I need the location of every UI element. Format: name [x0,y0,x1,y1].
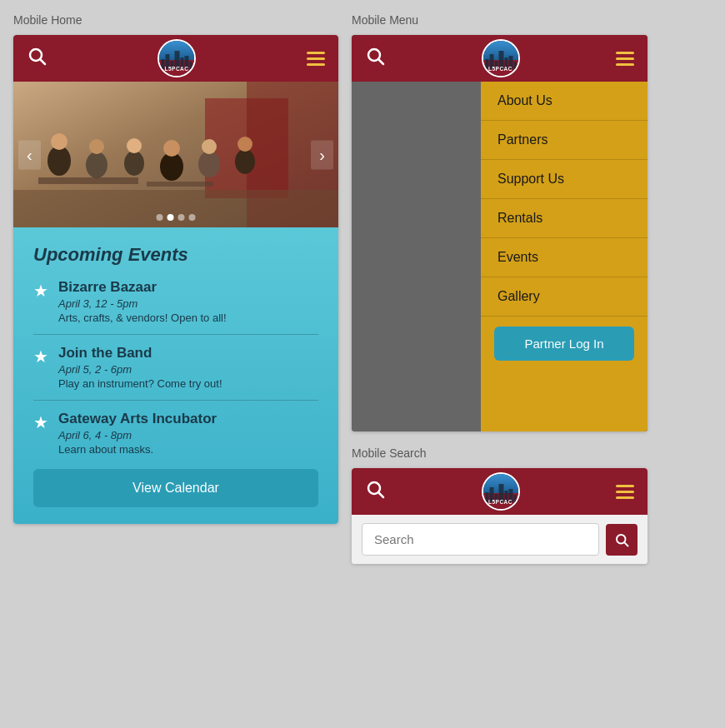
event-divider-2 [33,400,318,401]
svg-point-11 [124,151,144,176]
menu-item-events[interactable]: Events [481,238,648,277]
event-desc-1: Arts, crafts, & vendors! Open to all! [58,312,227,324]
search-logo-text: L5PCAC [488,499,512,505]
carousel-dot-2[interactable] [168,214,174,221]
search-input[interactable] [362,523,599,556]
menu-backdrop: About Us Partners Support Us Rentals Eve… [352,82,648,431]
svg-point-14 [163,140,180,157]
menu-logo-text: L5PCAC [488,66,512,72]
menu-item-partners[interactable]: Partners [481,121,648,160]
event-date-1: April 3, 12 - 5pm [58,297,227,310]
events-section: Upcoming Events ★ Bizarre Bazaar April 3… [13,227,338,524]
mobile-home-label: Mobile Home [13,13,338,27]
search-hamburger-icon[interactable] [616,485,634,499]
event-star-2: ★ [33,347,48,366]
carousel-dot-1[interactable] [157,214,163,221]
search-header-search-icon[interactable] [365,479,385,504]
search-submit-button[interactable] [606,524,638,556]
search-bar [352,515,648,564]
svg-line-22 [379,60,384,65]
svg-rect-19 [38,177,138,184]
svg-point-18 [238,137,252,152]
mobile-search-header: L5PCAC [352,468,648,515]
event-desc-3: Learn about masks. [58,443,217,456]
partner-log-in-button[interactable]: Partner Log In [494,327,634,361]
svg-line-24 [379,493,384,498]
carousel-image [13,82,338,227]
menu-logo[interactable]: L5PCAC [482,39,520,77]
event-star-3: ★ [33,412,48,432]
svg-point-12 [127,138,142,153]
hamburger-menu-icon[interactable] [307,52,325,66]
menu-hamburger-icon[interactable] [616,52,634,66]
carousel-dots [157,214,196,221]
menu-item-gallery[interactable]: Gallery [481,277,648,317]
svg-point-16 [202,139,217,154]
mobile-menu-label: Mobile Menu [352,13,648,27]
event-details-2: Join the Band April 5, 2 - 6pm Play an i… [58,345,222,390]
home-carousel: ‹ › [13,82,338,227]
menu-item-rentals[interactable]: Rentals [481,199,648,238]
search-logo[interactable]: L5PCAC [482,472,520,511]
svg-point-13 [160,152,183,181]
svg-point-17 [235,149,255,174]
mobile-home-header: L5PCAC [13,35,338,82]
svg-rect-6 [13,190,338,227]
svg-point-7 [48,146,71,176]
carousel-next-button[interactable]: › [311,140,333,169]
menu-item-about-us[interactable]: About Us [481,82,648,121]
event-name-3: Gateway Arts Incubator [58,411,217,427]
svg-point-10 [89,139,104,154]
svg-rect-20 [147,182,213,187]
mobile-menu-frame: L5PCAC About Us Partners Support Us Rent… [352,35,648,431]
events-title: Upcoming Events [33,244,318,266]
svg-point-15 [198,151,220,177]
menu-item-support-us[interactable]: Support Us [481,160,648,199]
event-date-3: April 6, 4 - 8pm [58,429,217,441]
logo-text: L5PCAC [164,66,188,72]
event-date-2: April 5, 2 - 6pm [58,363,222,376]
mobile-search-label: Mobile Search [352,446,648,460]
event-item-3: ★ Gateway Arts Incubator April 6, 4 - 8p… [33,411,318,456]
svg-line-1 [41,60,46,65]
event-name-2: Join the Band [58,345,222,362]
mobile-menu-header: L5PCAC [352,35,648,82]
mobile-home-frame: L5PCAC [13,35,338,524]
svg-point-8 [51,133,68,150]
menu-drawer: About Us Partners Support Us Rentals Eve… [481,82,648,431]
carousel-dot-4[interactable] [189,214,196,221]
carousel-prev-button[interactable]: ‹ [18,140,41,169]
event-details-1: Bizarre Bazaar April 3, 12 - 5pm Arts, c… [58,279,227,324]
svg-point-9 [86,152,108,178]
mobile-search-frame: L5PCAC [352,468,648,564]
event-name-1: Bizarre Bazaar [58,279,227,296]
carousel-dot-3[interactable] [178,214,185,221]
event-item-1: ★ Bizarre Bazaar April 3, 12 - 5pm Arts,… [33,279,318,324]
event-desc-2: Play an instrument? Come try out! [58,377,222,390]
search-icon[interactable] [27,46,47,71]
home-logo[interactable]: L5PCAC [158,39,196,77]
event-divider-1 [33,334,318,335]
view-calendar-button[interactable]: View Calendar [33,469,318,507]
event-item-2: ★ Join the Band April 5, 2 - 6pm Play an… [33,345,318,390]
menu-search-icon[interactable] [365,46,385,71]
svg-line-26 [624,542,628,546]
event-details-3: Gateway Arts Incubator April 6, 4 - 8pm … [58,411,217,456]
event-star-1: ★ [33,281,48,301]
